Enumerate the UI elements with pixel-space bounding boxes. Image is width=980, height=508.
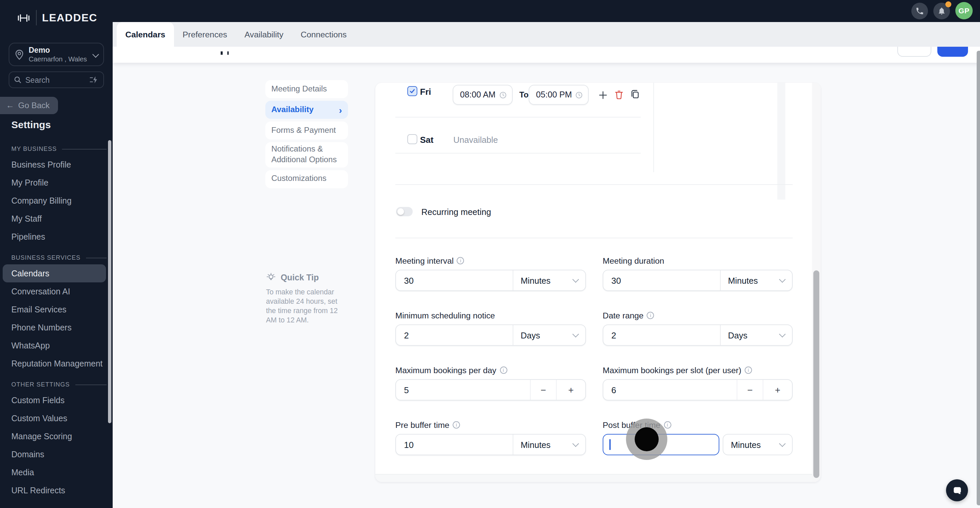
clipped-ghost-button[interactable]	[897, 47, 931, 57]
tab-availability[interactable]: Availability	[235, 22, 292, 47]
text-cursor	[609, 439, 610, 450]
decrement-button[interactable]: −	[530, 380, 556, 400]
chat-launcher-button[interactable]	[946, 479, 968, 501]
field-label-text: Meeting duration	[603, 256, 664, 265]
input-with-unit: 30Minutes	[603, 270, 793, 291]
value-input[interactable]: 30	[396, 270, 513, 291]
avatar[interactable]: GP	[955, 2, 973, 19]
availability-card: Fri 08:00 AM To 05:00 PM Sat	[375, 83, 821, 482]
value-input[interactable]: 30	[603, 270, 721, 291]
sidebar-item-url-redirects[interactable]: URL Redirects	[11, 481, 107, 499]
settings-nav-label: Availability	[271, 104, 313, 115]
clipped-primary-button[interactable]	[937, 47, 968, 57]
page-scrollbar-thumb[interactable]	[977, 51, 980, 505]
increment-button[interactable]: +	[556, 380, 585, 400]
copy-interval-button[interactable]	[628, 88, 641, 100]
delete-interval-button[interactable]	[612, 89, 625, 101]
unit-select[interactable]: Minutes	[513, 435, 585, 455]
recurring-meeting-label: Recurring meeting	[422, 207, 491, 217]
to-label: To	[519, 90, 529, 99]
tab-preferences[interactable]: Preferences	[174, 22, 236, 47]
unit-select[interactable]: Minutes	[723, 434, 793, 455]
sidebar-item-calendars[interactable]: Calendars	[3, 264, 106, 283]
info-icon[interactable]: i	[453, 421, 460, 428]
input-with-unit: 2Days	[395, 324, 586, 346]
day-label-fri: Fri	[420, 86, 431, 96]
section-divider	[395, 237, 793, 238]
sidebar-section-label-text: BUSINESS SERVICES	[11, 254, 81, 261]
value-input[interactable]: 10	[396, 435, 513, 455]
unit-select[interactable]: Minutes	[721, 270, 792, 291]
card-scrollbar-thumb[interactable]	[813, 270, 819, 478]
settings-nav-item-notifications-additional-options[interactable]: Notifications & Additional Options	[265, 142, 348, 168]
week-list-scrollbar[interactable]	[777, 83, 785, 200]
field-label-text: Pre buffer time	[395, 420, 449, 430]
day-checkbox-fri[interactable]	[407, 86, 417, 96]
unit-select[interactable]: Days	[513, 325, 585, 345]
value-input[interactable]: 2	[603, 325, 721, 345]
chevron-down-icon	[572, 331, 579, 337]
unit-select[interactable]: Days	[721, 325, 792, 345]
decrement-button[interactable]: −	[737, 380, 763, 400]
sidebar-item-company-billing[interactable]: Company Billing	[11, 192, 107, 209]
settings-nav-item-meeting-details[interactable]: Meeting Details	[265, 80, 348, 98]
sidebar-scrollbar[interactable]	[108, 140, 111, 423]
info-icon[interactable]: i	[500, 366, 507, 374]
info-icon[interactable]: i	[663, 421, 671, 428]
sidebar-item-my-profile[interactable]: My Profile	[11, 174, 107, 192]
unit-label: Minutes	[521, 275, 550, 285]
field-minimum-scheduling-notice: Minimum scheduling notice2Days	[395, 310, 586, 346]
increment-button[interactable]: +	[763, 380, 792, 400]
unit-label: Minutes	[521, 439, 550, 450]
unit-select[interactable]: Minutes	[513, 270, 585, 291]
settings-nav-item-availability[interactable]: Availability›	[265, 101, 348, 119]
add-interval-button[interactable]	[597, 89, 609, 101]
location-area: Caernarfon , Wales	[29, 55, 89, 63]
search-input[interactable]: Search	[9, 72, 104, 88]
sidebar-item-phone-numbers[interactable]: Phone Numbers	[11, 318, 107, 336]
stepper-group: 5−+	[395, 379, 586, 401]
field-date-range: Date rangei2Days	[603, 310, 793, 346]
sidebar-item-business-profile[interactable]: Business Profile	[11, 155, 107, 174]
stepper-value-input[interactable]: 6	[603, 380, 737, 400]
day-checkbox-sat[interactable]	[407, 134, 417, 144]
start-time-field[interactable]: 08:00 AM	[453, 85, 513, 105]
tab-calendars[interactable]: Calendars	[117, 22, 174, 47]
info-icon[interactable]: i	[647, 312, 654, 319]
end-time-field[interactable]: 05:00 PM	[529, 85, 589, 105]
delete-interval-icon	[614, 90, 623, 99]
sidebar-item-reputation-management[interactable]: Reputation Management	[11, 355, 107, 372]
settings-nav-item-forms-payment[interactable]: Forms & Payment	[265, 121, 348, 139]
go-back-button[interactable]: ← Go Back	[0, 97, 58, 114]
chevron-down-icon	[572, 276, 579, 283]
sidebar-item-my-staff[interactable]: My Staff	[11, 209, 107, 228]
chevron-down-icon	[779, 440, 786, 447]
sidebar-item-custom-values[interactable]: Custom Values	[11, 409, 107, 427]
stepper-value-input[interactable]: 5	[396, 380, 530, 400]
notifications-button[interactable]	[933, 2, 950, 19]
unit-label: Days	[728, 330, 747, 340]
input-with-unit: 10Minutes	[395, 434, 586, 455]
sidebar-item-email-services[interactable]: Email Services	[11, 300, 107, 318]
recurring-meeting-toggle[interactable]	[396, 207, 413, 216]
value-input[interactable]: 2	[396, 325, 513, 345]
info-icon[interactable]: i	[745, 366, 752, 374]
input-with-unit: 30Minutes	[395, 270, 586, 291]
settings-nav-item-customizations[interactable]: Customizations	[265, 170, 348, 188]
phone-button[interactable]	[912, 2, 928, 19]
info-icon[interactable]: i	[457, 257, 465, 264]
sidebar-item-media[interactable]: Media	[11, 463, 107, 481]
sidebar-item-pipelines[interactable]: Pipelines	[11, 228, 107, 246]
section-divider	[395, 184, 793, 185]
sidebar-section-label-text: OTHER SETTINGS	[11, 381, 70, 388]
sidebar-item-domains[interactable]: Domains	[11, 445, 107, 463]
location-switcher[interactable]: Demo Caernarfon , Wales	[9, 43, 104, 66]
sidebar-item-conversation-ai[interactable]: Conversation AI	[11, 283, 107, 300]
sidebar-item-custom-fields[interactable]: Custom Fields	[11, 391, 107, 409]
sidebar-item-manage-scoring[interactable]: Manage Scoring	[11, 427, 107, 445]
sidebar-item-whatsapp[interactable]: WhatsApp	[11, 336, 107, 355]
toggle-knob	[397, 208, 404, 215]
tab-connections[interactable]: Connections	[292, 22, 355, 47]
field-label: Date rangei	[603, 310, 793, 320]
sidebar-section-label: OTHER SETTINGS	[11, 381, 107, 388]
